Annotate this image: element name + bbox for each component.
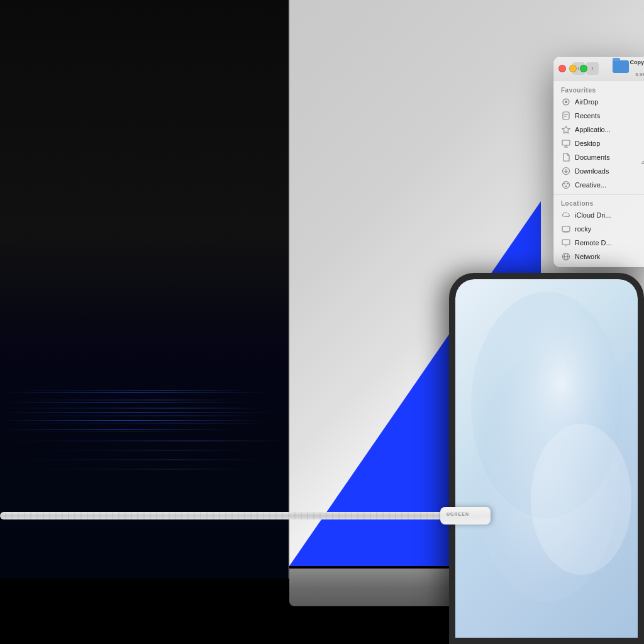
motion-streak	[19, 415, 258, 416]
network-icon	[561, 252, 571, 262]
svg-rect-5	[562, 140, 570, 145]
main-scene: ‹ › Copyi... 3.93 G Favourites	[0, 0, 644, 644]
airdrop-icon	[561, 97, 571, 107]
remote-icon	[561, 238, 571, 248]
forward-button[interactable]: ›	[586, 62, 599, 75]
svg-rect-18	[562, 240, 570, 245]
sidebar-separator	[553, 194, 644, 195]
rocky-label: rocky	[575, 225, 591, 233]
desktop-icon	[561, 138, 571, 148]
svg-point-24	[531, 424, 631, 575]
motion-streak	[25, 450, 252, 451]
favourites-header: Favourites	[553, 84, 644, 95]
documents-icon	[561, 152, 571, 162]
blue-streak	[0, 392, 270, 393]
motion-streak	[0, 440, 289, 441]
sidebar-item-recents[interactable]: Recents	[556, 109, 644, 123]
phone-device	[443, 267, 644, 644]
motion-streak	[13, 469, 252, 470]
creative-label: Creative...	[575, 181, 606, 189]
svg-point-12	[567, 183, 568, 184]
motion-streak	[0, 423, 277, 424]
icloud-label: iCloud Dri...	[575, 211, 611, 219]
eject-icon[interactable]: ⏏	[641, 159, 644, 165]
sidebar-item-desktop[interactable]: Desktop	[556, 136, 644, 150]
blue-streak	[0, 412, 277, 413]
motion-streak	[13, 399, 233, 401]
svg-rect-14	[562, 226, 570, 231]
sidebar-item-remote[interactable]: Remote D...	[556, 236, 644, 250]
sidebar-item-downloads[interactable]: Downloads	[556, 164, 644, 178]
tv-panel	[0, 0, 289, 579]
blue-streak	[0, 402, 252, 403]
sidebar-item-documents[interactable]: Documents	[556, 150, 644, 164]
creative-icon	[561, 180, 571, 190]
remote-label: Remote D...	[575, 239, 612, 247]
motion-streak	[6, 431, 195, 432]
locations-header: Locations	[553, 197, 644, 208]
storage-info: 3.93 G	[635, 72, 644, 77]
phone-screen	[455, 279, 638, 638]
svg-point-10	[563, 182, 570, 189]
maximize-button[interactable]	[580, 65, 587, 72]
motion-streak	[0, 459, 264, 460]
sidebar-item-rocky[interactable]: rocky ⏏	[556, 222, 644, 236]
blue-streak	[0, 429, 239, 430]
recents-icon	[561, 111, 571, 121]
phone-frame	[449, 273, 644, 644]
folder-icon	[613, 60, 629, 73]
svg-rect-2	[563, 112, 569, 119]
motion-streak	[0, 390, 252, 391]
downloads-icon	[561, 166, 571, 176]
minimize-button[interactable]	[569, 65, 577, 72]
sidebar-item-creative[interactable]: Creative...	[556, 178, 644, 192]
window-controls	[558, 65, 587, 72]
rocky-icon	[561, 224, 571, 234]
connector-brand: UGREEN	[447, 512, 469, 516]
close-button[interactable]	[558, 65, 566, 72]
svg-point-13	[565, 186, 567, 187]
sidebar-item-airdrop[interactable]: AirDrop	[556, 95, 644, 109]
svg-point-1	[565, 101, 567, 103]
sidebar-item-icloud[interactable]: iCloud Dri...	[556, 208, 644, 222]
usb-connector: UGREEN	[440, 507, 491, 525]
finder-title: Copyi...	[630, 59, 644, 65]
applications-icon	[561, 125, 571, 135]
finder-body: Favourites AirDrop	[553, 80, 644, 267]
sidebar-item-network[interactable]: Network	[556, 250, 644, 264]
blue-streak	[0, 420, 264, 421]
motion-streak	[0, 408, 264, 409]
finder-sidebar: Favourites AirDrop	[553, 80, 644, 267]
icloud-icon	[561, 210, 571, 220]
sidebar-item-applications[interactable]: Applicatio...	[556, 123, 644, 136]
cable-assembly: UGREEN	[0, 493, 535, 543]
finder-window: ‹ › Copyi... 3.93 G Favourites	[553, 57, 644, 267]
documents-label: Documents	[575, 153, 610, 161]
svg-point-11	[564, 183, 565, 184]
network-label: Network	[575, 253, 600, 260]
downloads-label: Downloads	[575, 167, 609, 175]
finder-titlebar: ‹ › Copyi... 3.93 G	[553, 57, 644, 80]
usb-cable	[0, 512, 453, 519]
desktop-label: Desktop	[575, 140, 600, 147]
airdrop-label: AirDrop	[575, 98, 598, 106]
applications-label: Applicatio...	[575, 126, 611, 133]
recents-label: Recents	[575, 112, 600, 119]
